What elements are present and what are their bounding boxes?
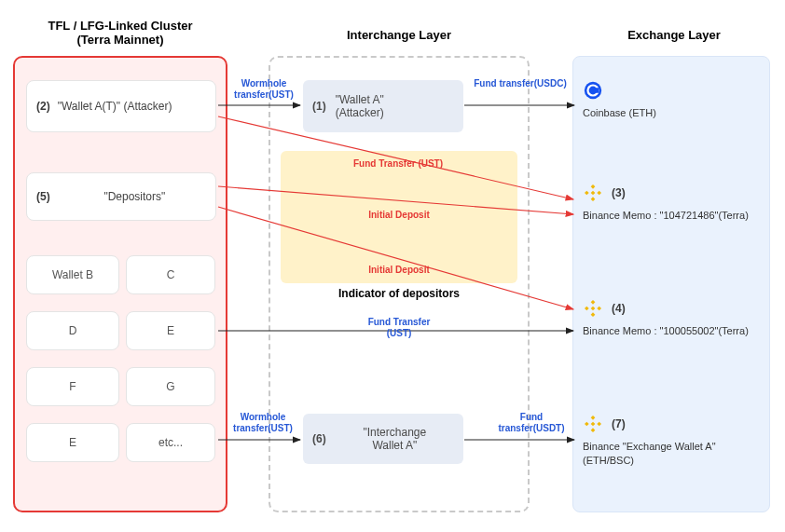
svg-rect-7: [591, 191, 596, 196]
binance-4-num: (4): [612, 302, 626, 315]
arrow-fund-ust-black: Fund Transfer (UST): [356, 317, 442, 338]
mid2-line2: Wallet A": [372, 439, 417, 452]
depositors-label: "Depositors": [58, 188, 212, 205]
svg-rect-2: [594, 88, 599, 93]
coinbase-icon: [583, 80, 603, 101]
svg-rect-17: [591, 422, 596, 427]
wallet-g-box: G: [126, 367, 215, 406]
svg-rect-9: [591, 312, 596, 317]
svg-rect-11: [597, 307, 601, 311]
mid2-line1: "Interchange: [364, 426, 427, 439]
arrow-fund-usdt: Fund transfer(USDT): [494, 412, 569, 433]
arrow-wormhole-1: Wormhole transfer(UST): [231, 78, 296, 100]
binance-7-label: Binance "Exchange Wallet A" (ETH/BSC): [583, 440, 760, 469]
coinbase-label: Coinbase (ETH): [583, 106, 760, 120]
wallet-b-box: Wallet B: [26, 255, 119, 294]
svg-rect-13: [591, 416, 596, 420]
left-column-header: TFL / LFG-Linked Cluster (Terra Mainnet): [22, 19, 218, 47]
arrow-fund-usdc: Fund transfer(USDC): [474, 78, 567, 89]
right-column-header: Exchange Layer: [623, 28, 725, 42]
svg-rect-3: [591, 184, 596, 189]
svg-rect-6: [597, 191, 601, 196]
mid1-num: (1): [312, 100, 326, 113]
left-header-line2: (Terra Mainnet): [77, 33, 164, 47]
binance-4-label: Binance Memo : "100055002"(Terra): [583, 324, 760, 338]
coinbase-item: Coinbase (ETH): [583, 80, 760, 120]
arrow-initial-deposit-2: Initial Deposit: [352, 265, 446, 276]
binance-icon: [583, 414, 603, 434]
mid1-line2: (Attacker): [336, 106, 384, 119]
svg-rect-4: [591, 197, 596, 201]
wallet-etc-box: etc...: [126, 423, 215, 462]
binance-7-num: (7): [612, 417, 626, 430]
svg-rect-12: [591, 307, 596, 311]
binance-icon: [583, 183, 603, 203]
binance-3-item: (3) Binance Memo : "104721486"(Terra): [583, 183, 760, 223]
wallet-a-num: (2): [36, 98, 50, 115]
depositors-box: (5) "Depositors": [26, 172, 216, 221]
interchange-wallet-a-box: (6) "Interchange Wallet A": [303, 414, 463, 464]
wallet-e-box: E: [126, 311, 215, 350]
svg-rect-14: [591, 428, 596, 432]
binance-4-item: (4) Binance Memo : "100055002"(Terra): [583, 298, 760, 338]
indicator-label: Indicator of depositors: [317, 287, 481, 300]
interchange-wallet-a-attacker-box: (1) "Wallet A" (Attacker): [303, 80, 463, 132]
binance-3-num: (3): [612, 186, 626, 199]
svg-rect-10: [585, 307, 589, 311]
mid-column-header: Interchange Layer: [324, 28, 474, 42]
wallet-f-box: F: [26, 367, 119, 406]
arrow-initial-deposit-1: Initial Deposit: [352, 210, 446, 221]
svg-rect-15: [585, 422, 589, 427]
left-header-line1: TFL / LFG-Linked Cluster: [48, 19, 192, 33]
wallet-a-attacker-box: (2) "Wallet A(T)" (Attacker): [26, 80, 216, 132]
mid2-num: (6): [312, 432, 326, 445]
wallet-a-label: "Wallet A(T)" (Attacker): [58, 98, 172, 115]
arrow-wormhole-2: Wormhole transfer(UST): [229, 412, 296, 433]
svg-rect-8: [591, 300, 596, 305]
depositors-num: (5): [36, 188, 50, 205]
wallet-c-box: C: [126, 255, 215, 294]
mid1-line1: "Wallet A": [336, 93, 384, 106]
svg-rect-5: [585, 191, 589, 196]
wallet-d-box: D: [26, 311, 119, 350]
binance-7-item: (7) Binance "Exchange Wallet A" (ETH/BSC…: [583, 414, 760, 469]
wallet-e2-box: E: [26, 423, 119, 462]
binance-icon: [583, 298, 603, 319]
binance-3-label: Binance Memo : "104721486"(Terra): [583, 209, 760, 223]
svg-rect-16: [597, 422, 601, 427]
arrow-fund-ust-red: Fund Transfer (UST): [328, 158, 468, 170]
